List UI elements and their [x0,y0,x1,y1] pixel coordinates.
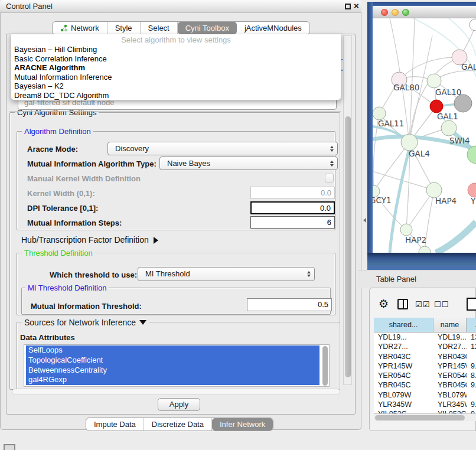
mi-threshold-field[interactable]: 0.5 [247,298,332,311]
aracne-mode-combobox[interactable]: Discovery [107,142,338,155]
network-node[interactable] [373,107,386,120]
unchecked-pair-icon[interactable]: ☐☐ [434,300,449,309]
gear-icon[interactable]: ⚙ [379,297,389,310]
horizontal-scroll-track[interactable] [12,389,340,395]
tab-cyni-toolbox[interactable]: Cyni Toolbox [178,22,237,34]
checked-pair-icon[interactable]: ☑☑ [415,300,430,309]
apply-button[interactable]: Apply [158,398,200,411]
tab-impute-data[interactable]: Impute Data [86,418,144,431]
network-node[interactable] [470,19,476,31]
algorithm-option[interactable]: ARACNE Algorithm [11,63,341,73]
dpi-tolerance-field[interactable]: 0.0 [250,201,335,214]
table-cell[interactable]: YBL079W [433,390,467,400]
data-attribute-item[interactable]: TopologicalCoefficient [26,356,319,366]
table-row[interactable]: YDL19...YDL19...13 [374,332,476,342]
table-cell[interactable]: YLR345W [433,400,467,409]
tab-jactivemnodules[interactable]: jActiveMNodules [237,22,309,34]
list-scrollbar-thumb[interactable] [322,346,328,386]
network-edge[interactable] [436,222,476,253]
table-row[interactable]: YIL052CYIL052C9 [374,409,476,413]
table-row[interactable]: YBL079WYBL079W [374,390,476,400]
document-icon[interactable] [467,298,476,311]
float-window-icon[interactable] [345,4,351,9]
tab-select[interactable]: Select [141,22,178,34]
table-row[interactable]: YER054CYER054C8. [374,371,476,380]
data-attribute-item[interactable]: SelfLoops [26,345,319,356]
table-row[interactable]: YPR145WYPR145W9. [374,361,476,371]
table-cell[interactable]: 13 [467,332,476,342]
table-scrollbar-thumb[interactable] [375,415,465,420]
settings-scrollbar[interactable] [343,35,352,385]
table-cell[interactable]: YDR27... [374,342,433,351]
close-traffic-light-icon[interactable] [381,9,388,16]
network-node[interactable] [427,74,441,88]
algorithm-option[interactable]: Dream8 DC_TDC Algorithm [11,91,341,100]
tab-discretize-data[interactable]: Discretize Data [144,418,212,431]
mi-type-combobox[interactable]: Naive Bayes [159,156,338,170]
collapse-down-arrow-icon[interactable] [139,320,146,325]
algorithm-option[interactable]: Basic Correlation Inference [11,54,341,64]
table-horizontal-scrollbar[interactable] [374,413,476,421]
table-column-header[interactable]: shared... [374,318,433,332]
network-window-titlebar[interactable] [373,6,476,18]
table-row[interactable]: YDR27...YDR27...12 [374,342,476,351]
table-cell[interactable]: YER054C [433,371,467,380]
network-node[interactable] [400,224,412,236]
table-cell[interactable] [467,352,476,361]
tab-infer-network[interactable]: Infer Network [212,418,273,431]
table-column-header[interactable]: A [467,318,476,332]
algorithm-option[interactable]: Bayesian – K2 [11,81,341,91]
table-cell[interactable]: YBR043C [374,352,433,361]
table-row[interactable]: YBR045CYBR045C9. [374,380,476,390]
minimize-traffic-light-icon[interactable] [392,9,399,16]
table-row[interactable]: YLR345WYLR345W9. [374,400,476,409]
table-cell[interactable]: YBL079W [374,390,433,400]
table-column-header[interactable]: name [433,318,467,332]
tab-network[interactable]: Network [53,22,107,34]
hub-definition-expander[interactable]: Hub/Transcription Factor Definition [21,235,158,244]
table-cell[interactable]: YIL052C [433,409,467,413]
zoom-traffic-light-icon[interactable] [402,9,409,16]
algorithm-option[interactable]: Mutual Information Inference [11,73,341,82]
table-cell[interactable]: YBR043C [433,352,467,361]
table-cell[interactable]: YDL19... [433,332,467,342]
node-attribute-table[interactable]: shared...nameA YDL19...YDL19...13YDR27..… [374,318,476,413]
table-cell[interactable]: YBR045C [374,380,433,390]
mi-steps-field[interactable]: 6 [250,216,335,229]
table-cell[interactable]: YPR145W [374,361,433,371]
algorithm-dropdown-list[interactable]: Select algorithm to view settings Bayesi… [11,34,341,100]
data-attribute-item[interactable]: gal4RGexp [26,375,319,385]
table-cell[interactable] [467,390,476,400]
table-cell[interactable]: 8. [467,371,476,380]
expand-right-arrow-icon[interactable] [154,237,158,244]
table-cell[interactable]: 9. [467,380,476,390]
table-cell[interactable]: YIL052C [374,409,433,413]
table-row[interactable]: YBR043CYBR043C [374,352,476,361]
settings-scrollbar-thumb[interactable] [345,116,351,377]
network-node[interactable] [430,100,443,113]
table-cell[interactable]: 9 [467,409,476,413]
table-cell[interactable]: 9. [467,400,476,409]
table-cell[interactable]: YDL19... [374,332,433,342]
manual-kernel-checkbox[interactable] [325,174,334,182]
kernel-width-field[interactable]: 0.0 [250,187,335,199]
network-node[interactable] [401,134,418,151]
table-cell[interactable]: 9. [467,361,476,371]
table-cell[interactable]: YDR27... [433,342,467,351]
table-cell[interactable]: YPR145W [433,361,467,371]
network-node[interactable] [468,183,476,197]
table-cell[interactable]: YLR345W [374,400,433,409]
tab-style[interactable]: Style [107,22,141,34]
table-cell[interactable]: YER054C [374,371,433,380]
network-view-canvas[interactable]: GALGAL80GAL10GAL1GAL11SWI4GAL4GCY1HAP4YH… [373,18,476,253]
close-icon[interactable]: × [354,1,359,11]
table-cell[interactable]: 12 [467,342,476,351]
panel-collapse-arrow-icon[interactable] [363,218,366,223]
network-node[interactable] [441,120,457,136]
which-threshold-combobox[interactable]: MI Threshold [138,267,315,281]
table-cell[interactable]: YBR045C [433,380,467,390]
columns-icon[interactable] [397,299,408,309]
data-attribute-item[interactable]: BetweennessCentrality [26,366,319,376]
algorithm-option[interactable]: Bayesian – Hill Climbing [11,45,341,54]
data-attributes-list[interactable]: SelfLoopsTopologicalCoefficientBetweenne… [24,344,330,387]
